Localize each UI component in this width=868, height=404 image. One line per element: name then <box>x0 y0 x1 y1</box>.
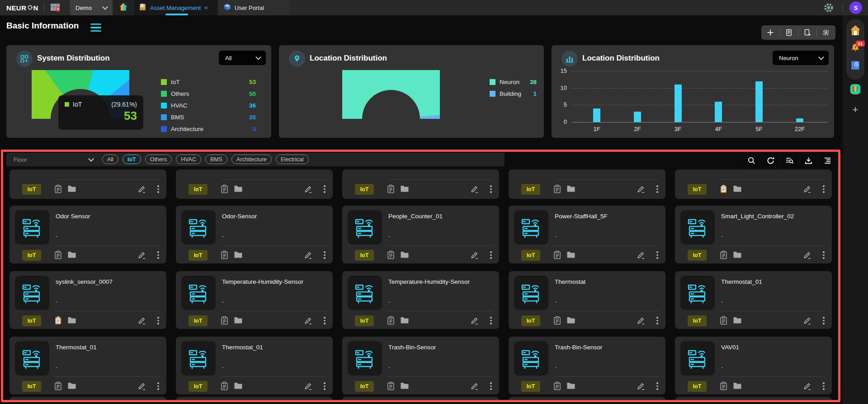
clipboard-icon[interactable] <box>719 381 728 390</box>
edit-icon[interactable] <box>137 316 146 325</box>
asset-card[interactable]: - IoT <box>509 169 665 199</box>
kebab-menu-icon[interactable] <box>656 317 658 324</box>
asset-card[interactable]: Thermostat - IoT <box>509 271 665 329</box>
kebab-menu-icon[interactable] <box>823 251 825 259</box>
kebab-menu-icon[interactable] <box>823 382 825 390</box>
folder-icon[interactable] <box>67 381 76 390</box>
asset-card[interactable]: - IoT <box>342 169 499 199</box>
folder-icon[interactable] <box>234 184 243 193</box>
clipboard-icon[interactable] <box>719 250 728 259</box>
clipboard-icon[interactable] <box>220 381 229 390</box>
edit-icon[interactable] <box>803 184 812 193</box>
asset-card[interactable]: Thermostat_01 - IoT <box>176 337 333 395</box>
edit-icon[interactable] <box>137 381 146 390</box>
edit-icon[interactable] <box>637 184 646 193</box>
clipboard-icon[interactable] <box>54 250 63 259</box>
folder-icon[interactable] <box>566 381 576 390</box>
asset-card[interactable]: syslink_sensor_0007 - IoT <box>9 271 166 329</box>
kebab-menu-icon[interactable] <box>324 251 326 259</box>
kebab-menu-icon[interactable] <box>656 185 658 193</box>
kebab-menu-icon[interactable] <box>157 382 159 390</box>
folder-icon[interactable] <box>67 184 76 193</box>
asset-card[interactable]: Temperature-Humidity-Sensor - IoT <box>176 271 333 329</box>
edit-icon[interactable] <box>304 250 313 259</box>
edit-icon[interactable] <box>470 250 479 259</box>
edit-icon[interactable] <box>304 381 313 390</box>
edit-icon[interactable] <box>803 250 812 259</box>
asset-card[interactable]: Smart_Light_Controller_02 - IoT <box>675 206 832 263</box>
kebab-menu-icon[interactable] <box>823 185 825 193</box>
edit-icon[interactable] <box>803 381 812 390</box>
folder-icon[interactable] <box>733 250 742 259</box>
edit-icon[interactable] <box>637 250 646 259</box>
kebab-menu-icon[interactable] <box>324 185 326 193</box>
clipboard-icon[interactable] <box>54 316 63 325</box>
clipboard-icon[interactable] <box>553 316 562 325</box>
edit-icon[interactable] <box>470 316 479 325</box>
kebab-menu-icon[interactable] <box>656 251 658 259</box>
folder-icon[interactable] <box>566 250 576 259</box>
edit-icon[interactable] <box>803 316 812 325</box>
asset-card[interactable]: Odor-Sensor - IoT <box>176 206 333 263</box>
edit-icon[interactable] <box>137 250 146 259</box>
home-shortcut-icon[interactable] <box>849 24 862 38</box>
kebab-menu-icon[interactable] <box>656 382 658 390</box>
asset-card[interactable]: - IoT <box>675 169 832 199</box>
edit-icon[interactable] <box>304 316 313 325</box>
folder-icon[interactable] <box>566 184 576 193</box>
asset-card[interactable]: Thermostat_01 - IoT <box>675 271 832 329</box>
asset-card[interactable]: VAV01 - IoT <box>675 337 832 395</box>
folder-icon[interactable] <box>400 316 409 325</box>
clipboard-icon[interactable] <box>387 316 396 325</box>
folder-icon[interactable] <box>566 316 576 325</box>
edit-icon[interactable] <box>637 316 646 325</box>
clipboard-icon[interactable] <box>54 184 63 193</box>
folder-icon[interactable] <box>67 250 76 259</box>
clipboard-icon[interactable] <box>719 184 728 193</box>
kebab-menu-icon[interactable] <box>324 317 326 324</box>
clipboard-icon[interactable] <box>220 316 229 325</box>
folder-icon[interactable] <box>400 184 409 193</box>
clipboard-icon[interactable] <box>553 381 562 390</box>
kebab-menu-icon[interactable] <box>490 317 492 324</box>
edit-icon[interactable] <box>470 184 479 193</box>
kebab-menu-icon[interactable] <box>490 382 492 390</box>
asset-card[interactable]: Odor Sensor - IoT <box>9 206 166 263</box>
kebab-menu-icon[interactable] <box>157 185 159 193</box>
clipboard-icon[interactable] <box>387 250 396 259</box>
library-icon[interactable] <box>849 83 862 97</box>
kebab-menu-icon[interactable] <box>157 317 159 324</box>
kebab-menu-icon[interactable] <box>490 251 492 259</box>
asset-card[interactable]: Trash-Bin-Sensor - IoT <box>509 337 665 395</box>
folder-icon[interactable] <box>400 381 409 390</box>
asset-card[interactable]: - IoT <box>176 169 333 199</box>
asset-card[interactable]: Trash-Bin-Sensor - IoT <box>342 337 499 395</box>
folder-icon[interactable] <box>67 316 76 325</box>
clipboard-icon[interactable] <box>220 250 229 259</box>
clipboard-icon[interactable] <box>719 316 728 325</box>
kebab-menu-icon[interactable] <box>157 251 159 259</box>
edit-icon[interactable] <box>304 184 313 193</box>
clipboard-icon[interactable] <box>387 184 396 193</box>
add-panel-icon[interactable]: + <box>853 104 859 116</box>
folder-icon[interactable] <box>733 316 742 325</box>
asset-card[interactable]: - IoT <box>9 169 166 199</box>
edit-icon[interactable] <box>637 381 646 390</box>
logbook-icon[interactable] <box>850 60 861 73</box>
folder-icon[interactable] <box>234 381 243 390</box>
clipboard-icon[interactable] <box>220 184 229 193</box>
asset-card[interactable]: People_Counter_01 - IoT <box>342 206 499 263</box>
kebab-menu-icon[interactable] <box>324 382 326 390</box>
folder-icon[interactable] <box>234 316 243 325</box>
edit-icon[interactable] <box>137 184 146 193</box>
clipboard-icon[interactable] <box>387 381 396 390</box>
clipboard-icon[interactable] <box>553 184 562 193</box>
edit-icon[interactable] <box>470 381 479 390</box>
clipboard-icon[interactable] <box>54 381 63 390</box>
asset-card[interactable]: Temperature-Humidity-Sensor - IoT <box>342 271 499 329</box>
folder-icon[interactable] <box>400 250 409 259</box>
folder-icon[interactable] <box>733 381 742 390</box>
folder-icon[interactable] <box>733 184 742 193</box>
kebab-menu-icon[interactable] <box>490 185 492 193</box>
kebab-menu-icon[interactable] <box>823 317 825 324</box>
